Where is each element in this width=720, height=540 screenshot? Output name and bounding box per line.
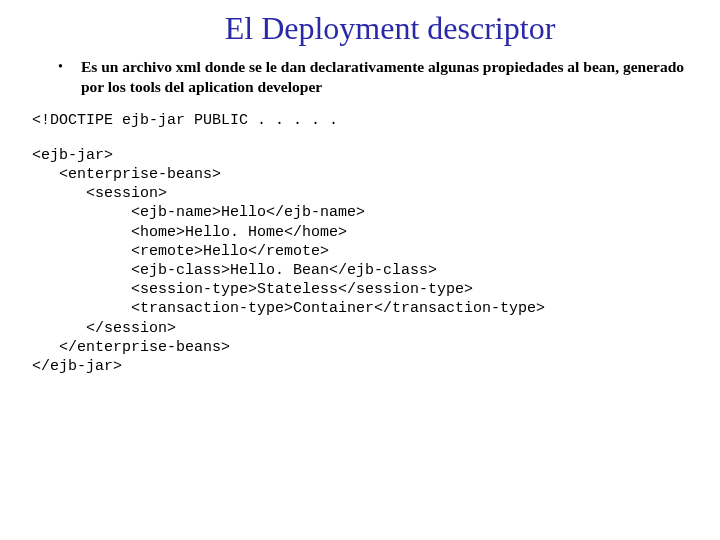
- code-xml-block: <ejb-jar> <enterprise-beans> <session> <…: [32, 146, 690, 376]
- bullet-item: • Es un archivo xml donde se le dan decl…: [58, 57, 690, 97]
- slide-title: El Deployment descriptor: [30, 10, 690, 47]
- bullet-text: Es un archivo xml donde se le dan declar…: [81, 57, 690, 97]
- code-doctype-line: <!DOCTIPE ejb-jar PUBLIC . . . . .: [32, 111, 690, 130]
- bullet-marker-icon: •: [58, 57, 63, 77]
